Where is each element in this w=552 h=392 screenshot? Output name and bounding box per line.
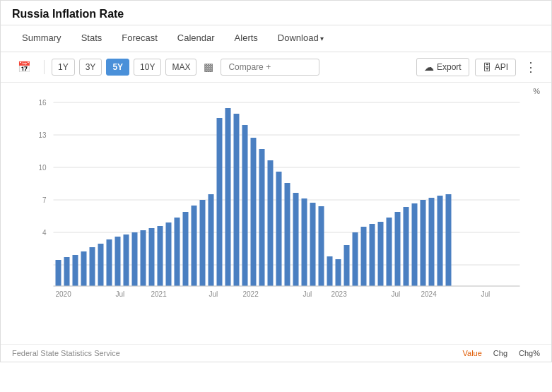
svg-rect-18: [107, 239, 112, 286]
svg-rect-19: [115, 237, 121, 286]
svg-rect-56: [429, 198, 435, 286]
svg-text:Jul: Jul: [209, 290, 218, 298]
range-1y-button[interactable]: 1Y: [52, 59, 75, 76]
chg-pct-link[interactable]: Chg%: [519, 349, 540, 357]
svg-rect-58: [446, 194, 452, 286]
chg-link[interactable]: Chg: [493, 349, 507, 357]
svg-rect-24: [158, 226, 163, 286]
svg-rect-53: [404, 207, 409, 286]
svg-text:2023: 2023: [331, 290, 348, 298]
export-button[interactable]: ☁ Export: [416, 58, 469, 76]
svg-text:2020: 2020: [56, 290, 72, 298]
svg-rect-50: [378, 222, 384, 286]
more-options-button[interactable]: ⋮: [522, 59, 540, 75]
svg-rect-45: [336, 259, 341, 286]
svg-text:10: 10: [38, 164, 47, 172]
svg-rect-57: [438, 196, 443, 286]
svg-rect-44: [327, 256, 333, 286]
tab-download[interactable]: Download: [268, 25, 334, 52]
range-3y-button[interactable]: 3Y: [79, 59, 102, 76]
calendar-icon[interactable]: 📅: [12, 58, 37, 76]
svg-rect-42: [310, 203, 316, 286]
svg-rect-15: [81, 251, 87, 286]
svg-text:Jul: Jul: [392, 290, 401, 298]
svg-text:2021: 2021: [151, 290, 168, 298]
svg-rect-17: [98, 244, 104, 286]
svg-rect-16: [90, 247, 95, 286]
svg-rect-43: [319, 206, 324, 286]
svg-rect-36: [259, 149, 265, 286]
svg-rect-51: [387, 218, 392, 286]
svg-rect-22: [141, 230, 146, 286]
page-title: Russia Inflation Rate: [12, 8, 540, 20]
range-max-button[interactable]: MAX: [165, 59, 196, 76]
svg-text:2024: 2024: [421, 290, 438, 298]
page-header: Russia Inflation Rate: [1, 1, 551, 25]
svg-rect-40: [293, 193, 299, 286]
svg-rect-37: [268, 160, 274, 286]
export-icon: ☁: [424, 61, 434, 73]
svg-rect-33: [234, 114, 240, 286]
svg-rect-46: [344, 245, 350, 286]
nav-tabs: Summary Stats Forecast Calendar Alerts D…: [1, 25, 551, 52]
toolbar-right: ☁ Export 🗄 API ⋮: [416, 58, 540, 76]
svg-rect-39: [285, 183, 290, 286]
svg-rect-21: [132, 232, 138, 286]
svg-text:Jul: Jul: [116, 290, 125, 298]
data-source-label: Federal State Statistics Service: [12, 349, 463, 357]
svg-rect-47: [353, 232, 358, 286]
range-10y-button[interactable]: 10Y: [134, 59, 161, 76]
svg-rect-32: [225, 108, 231, 286]
svg-rect-28: [192, 206, 197, 286]
svg-rect-31: [217, 118, 223, 286]
tab-forecast[interactable]: Forecast: [112, 25, 168, 52]
svg-rect-38: [276, 172, 282, 286]
svg-rect-26: [175, 218, 180, 286]
chart-toolbar: 📅 1Y 3Y 5Y 10Y MAX ▩ ☁ Export 🗄 API ⋮: [1, 52, 551, 83]
api-label: API: [495, 62, 508, 72]
bar-chart-icon[interactable]: ▩: [204, 61, 213, 73]
range-5y-button[interactable]: 5Y: [106, 59, 129, 76]
tab-calendar[interactable]: Calendar: [168, 25, 225, 52]
toolbar-divider: [44, 60, 45, 74]
tab-summary[interactable]: Summary: [12, 25, 71, 52]
svg-rect-41: [302, 198, 307, 286]
export-label: Export: [437, 62, 462, 72]
chart-footer: Federal State Statistics Service Value C…: [1, 344, 551, 362]
svg-rect-25: [166, 222, 172, 286]
tab-stats[interactable]: Stats: [71, 25, 112, 52]
compare-input[interactable]: [221, 59, 319, 76]
tab-alerts[interactable]: Alerts: [225, 25, 268, 52]
svg-rect-30: [209, 194, 214, 286]
svg-text:13: 13: [38, 131, 47, 139]
api-button[interactable]: 🗄 API: [475, 59, 516, 76]
value-link[interactable]: Value: [463, 349, 482, 357]
svg-rect-27: [183, 212, 189, 286]
svg-text:Jul: Jul: [303, 290, 312, 298]
svg-text:2022: 2022: [243, 290, 259, 298]
svg-text:4: 4: [42, 229, 47, 237]
svg-rect-34: [242, 125, 248, 286]
svg-rect-48: [361, 227, 367, 286]
svg-rect-13: [64, 257, 70, 286]
svg-rect-20: [124, 234, 129, 286]
svg-rect-12: [56, 260, 61, 286]
svg-rect-52: [395, 212, 401, 286]
footer-links: Value Chg Chg%: [463, 349, 540, 357]
svg-text:16: 16: [38, 99, 47, 107]
svg-rect-49: [370, 224, 375, 286]
database-icon: 🗄: [483, 62, 492, 73]
svg-rect-23: [149, 228, 155, 286]
svg-text:7: 7: [42, 196, 47, 204]
chart-area: % 16 13 10 7 4: [1, 83, 551, 344]
svg-rect-29: [200, 200, 206, 286]
svg-rect-35: [251, 138, 257, 286]
y-axis-unit: %: [533, 87, 540, 95]
svg-rect-14: [73, 255, 78, 286]
svg-text:Jul: Jul: [481, 290, 491, 298]
svg-rect-54: [412, 203, 418, 286]
chart-svg: 16 13 10 7 4: [8, 88, 551, 307]
svg-rect-55: [421, 200, 426, 286]
